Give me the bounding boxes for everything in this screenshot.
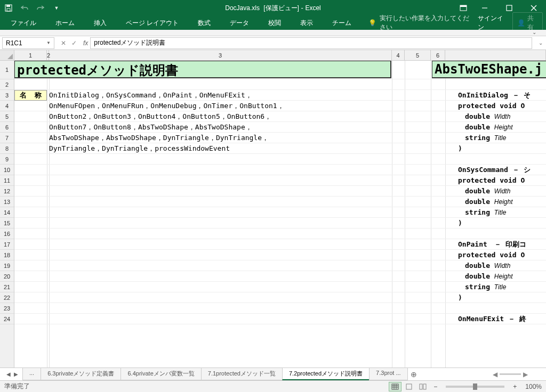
- row-header[interactable]: 15: [0, 218, 14, 228]
- row-header[interactable]: 13: [0, 197, 14, 207]
- row-header[interactable]: 12: [0, 186, 14, 197]
- row-header[interactable]: 16: [0, 228, 14, 239]
- redo-icon[interactable]: [36, 4, 45, 12]
- undo-icon[interactable]: [20, 4, 29, 12]
- sheet-tab[interactable]: 7.1protectedメソッド一覧: [201, 368, 283, 380]
- row-header[interactable]: 1: [0, 61, 14, 79]
- right-code-text[interactable]: OnPaint － 印刷コ: [458, 239, 546, 250]
- cancel-formula-icon[interactable]: ✕: [61, 39, 66, 47]
- row-header[interactable]: 23: [0, 303, 14, 314]
- right-code-text[interactable]: OnSysCommand － シ: [458, 165, 546, 175]
- right-code-text[interactable]: ): [458, 143, 546, 154]
- right-code-text[interactable]: OnInitDialog － そ: [458, 90, 546, 101]
- fx-icon[interactable]: fx: [81, 39, 90, 47]
- sheet-next-icon[interactable]: ▶: [13, 370, 19, 378]
- tab-home[interactable]: ホーム: [48, 17, 82, 30]
- method-text[interactable]: AbsTwoDShape，AbsTwoDShape，DynTriangle，Dy…: [49, 133, 269, 143]
- row-header[interactable]: 22: [0, 292, 14, 303]
- row-header[interactable]: 3: [0, 90, 14, 101]
- share-icon: 👤: [517, 19, 525, 27]
- column-header[interactable]: 1: [14, 50, 47, 60]
- right-title-cell[interactable]: AbsTwoEShape.j: [432, 61, 546, 78]
- right-code-text[interactable]: double Width: [458, 260, 546, 271]
- row-header[interactable]: 9: [0, 154, 14, 165]
- normal-view-icon[interactable]: [389, 382, 402, 391]
- sheet-tab[interactable]: 6.3privateメソッド定義書: [41, 368, 121, 380]
- right-code-text[interactable]: double Height: [458, 197, 546, 207]
- tab-team[interactable]: チーム: [325, 17, 359, 30]
- sheet-prev-icon[interactable]: ◀: [5, 370, 12, 378]
- row-header[interactable]: 19: [0, 260, 14, 271]
- sheet-tab[interactable]: 7.2protectedメソッド説明書: [282, 368, 370, 380]
- right-code-text[interactable]: string Title: [458, 282, 546, 292]
- namebox-dropdown-icon[interactable]: ▼: [46, 40, 51, 45]
- row-header[interactable]: 18: [0, 250, 14, 260]
- sheet-tab[interactable]: 7.3prot ...: [369, 368, 407, 380]
- sheet-nav[interactable]: ◀▶: [2, 370, 22, 378]
- qat-dropdown-icon[interactable]: ▼: [52, 4, 61, 12]
- save-icon[interactable]: [4, 4, 13, 12]
- row-header[interactable]: 8: [0, 143, 14, 154]
- right-code-text[interactable]: protected void O: [458, 101, 546, 111]
- sheet-tab[interactable]: ...: [22, 368, 41, 380]
- cells-area[interactable]: protectedメソッド説明書AbsTwoEShape.j名 称OnInitD…: [14, 61, 546, 368]
- right-code-text[interactable]: double Height: [458, 122, 546, 133]
- add-sheet-button[interactable]: ⊕: [407, 370, 420, 379]
- row-header[interactable]: 11: [0, 175, 14, 186]
- zoom-level[interactable]: 100%: [525, 383, 542, 390]
- sheet-tab[interactable]: 6.4privateメンバ変数一覧: [121, 368, 201, 380]
- svg-rect-15: [420, 384, 422, 389]
- right-code-text[interactable]: ): [458, 218, 546, 228]
- row-header[interactable]: 5: [0, 111, 14, 122]
- row-header[interactable]: 17: [0, 239, 14, 250]
- signin-link[interactable]: サインイン: [478, 14, 507, 32]
- tab-data[interactable]: データ: [222, 17, 256, 30]
- title-cell[interactable]: protectedメソッド説明書: [14, 61, 391, 78]
- label-cell[interactable]: 名 称: [14, 90, 47, 101]
- row-header[interactable]: 2: [0, 79, 14, 90]
- column-header[interactable]: 4: [392, 50, 405, 60]
- method-text[interactable]: OnMenuFOpen，OnMenuFRun，OnMenuDebug，OnTim…: [49, 101, 284, 111]
- row-header[interactable]: 6: [0, 122, 14, 133]
- formula-expand-icon[interactable]: ⌄: [535, 40, 546, 46]
- tab-page-layout[interactable]: ページ レイアウト: [118, 17, 186, 30]
- enter-formula-icon[interactable]: ✓: [71, 39, 77, 47]
- row-header[interactable]: 7: [0, 133, 14, 143]
- right-code-text[interactable]: string Title: [458, 133, 546, 143]
- row-header[interactable]: 10: [0, 165, 14, 175]
- method-text[interactable]: OnButton2，OnButton3，OnButton4，OnButton5，…: [49, 111, 271, 122]
- right-code-text[interactable]: double Width: [458, 111, 546, 122]
- right-code-text[interactable]: string Title: [458, 207, 546, 218]
- column-header[interactable]: 6: [431, 50, 445, 60]
- tab-file[interactable]: ファイル: [3, 17, 44, 30]
- tab-formulas[interactable]: 数式: [190, 17, 218, 30]
- formula-input[interactable]: protectedメソッド説明書: [90, 37, 532, 49]
- zoom-slider[interactable]: [446, 386, 504, 388]
- right-code-text[interactable]: protected void O: [458, 175, 546, 186]
- row-header[interactable]: 20: [0, 271, 14, 282]
- column-header[interactable]: 3: [49, 50, 392, 60]
- method-text[interactable]: DynTriangle，DynTriangle，processWindowEve…: [49, 143, 230, 154]
- page-layout-view-icon[interactable]: [403, 382, 415, 391]
- row-header[interactable]: 4: [0, 101, 14, 111]
- right-code-text[interactable]: OnMenuFExit － 終: [458, 314, 546, 324]
- tab-view[interactable]: 表示: [293, 17, 320, 30]
- select-all-corner[interactable]: [0, 50, 14, 60]
- right-code-text[interactable]: protected void O: [458, 250, 546, 260]
- right-code-text[interactable]: double Height: [458, 271, 546, 282]
- tab-review[interactable]: 校閲: [261, 17, 288, 30]
- tell-me[interactable]: 💡 実行したい作業を入力してください: [368, 14, 473, 32]
- ribbon-expand-icon[interactable]: ⌄: [532, 29, 536, 35]
- right-code-text[interactable]: ): [458, 292, 546, 303]
- method-text[interactable]: OnInitDialog，OnSysCommand，OnPaint，OnMenu…: [49, 90, 252, 101]
- row-header[interactable]: 21: [0, 282, 14, 292]
- method-text[interactable]: OnButton7，OnButton8，AbsTwoDShape，AbsTwoD…: [49, 122, 252, 133]
- right-code-text[interactable]: double Width: [458, 186, 546, 197]
- name-box[interactable]: R1C1▼: [2, 37, 54, 49]
- row-header[interactable]: 24: [0, 314, 14, 324]
- page-break-view-icon[interactable]: [416, 382, 429, 391]
- minimize-button[interactable]: [472, 0, 497, 16]
- row-header[interactable]: 14: [0, 207, 14, 218]
- column-header[interactable]: 5: [405, 50, 431, 60]
- tab-insert[interactable]: 挿入: [86, 17, 114, 30]
